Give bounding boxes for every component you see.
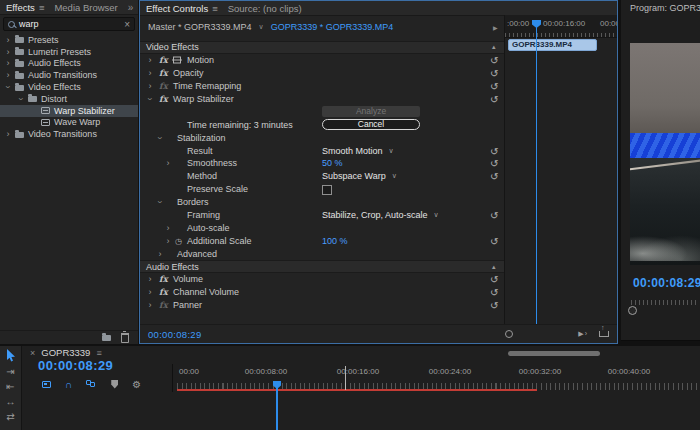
reset-icon[interactable]: ↺: [490, 171, 498, 182]
ec-row-preserve-scale[interactable]: Preserve Scale: [140, 183, 504, 196]
reset-icon[interactable]: ↺: [490, 274, 498, 285]
chevron-icon[interactable]: ›: [3, 84, 13, 90]
tree-item-wave-warp[interactable]: Wave Warp: [0, 117, 138, 129]
ec-row-advanced[interactable]: ›Advanced: [140, 247, 504, 260]
chevron-down-icon[interactable]: ∨: [392, 172, 397, 180]
export-icon[interactable]: [599, 331, 609, 337]
twirl-icon[interactable]: ›: [165, 236, 171, 246]
ec-row-time-remapping[interactable]: ›fxTime Remapping↺: [140, 80, 504, 93]
fx-badge-icon[interactable]: fx: [159, 55, 168, 65]
twirl-icon[interactable]: ›: [165, 223, 171, 233]
ec-row-stabilization[interactable]: ›Stabilization: [140, 131, 504, 144]
play-icon[interactable]: ▶›: [578, 330, 588, 338]
reset-icon[interactable]: ↺: [490, 300, 498, 311]
twirl-icon[interactable]: ›: [147, 81, 153, 91]
ec-row-channel-volume[interactable]: ›fxChannel Volume↺: [140, 286, 504, 299]
reset-icon[interactable]: ↺: [490, 210, 498, 221]
twirl-icon[interactable]: ›: [155, 199, 165, 205]
param-dropdown[interactable]: Stabilize, Crop, Auto-scale∨: [322, 210, 439, 220]
ec-row-borders[interactable]: ›Borders: [140, 196, 504, 209]
ec-row-auto-scale[interactable]: ›Auto-scale: [140, 221, 504, 234]
analyze-button[interactable]: Analyze: [322, 106, 420, 117]
ec-mini-ruler[interactable]: :00:0000:00:16:0000:00: [505, 15, 617, 38]
twirl-icon[interactable]: ›: [147, 287, 153, 297]
tree-item-distort[interactable]: ›Distort: [0, 93, 138, 105]
reset-icon[interactable]: ↺: [490, 55, 498, 66]
chevron-down-icon[interactable]: ∨: [434, 211, 439, 219]
add-marker-icon[interactable]: [111, 380, 118, 389]
program-scrubber[interactable]: [631, 300, 698, 305]
chevron-icon[interactable]: ›: [5, 129, 11, 139]
reset-icon[interactable]: ↺: [490, 287, 498, 298]
reset-icon[interactable]: ↺: [490, 81, 498, 92]
fx-badge-icon[interactable]: fx: [159, 300, 168, 310]
master-clip-label[interactable]: Master * GOPR3339.MP4: [148, 22, 252, 32]
effect-name[interactable]: Panner: [173, 300, 202, 310]
reset-icon[interactable]: ↺: [490, 235, 498, 246]
ec-row-framing[interactable]: FramingStabilize, Crop, Auto-scale∨↺: [140, 209, 504, 222]
ec-mini-timeline[interactable]: :00:0000:00:16:0000:00 GOPR3339.MP4: [504, 15, 617, 325]
param-value[interactable]: 50 %: [322, 158, 343, 168]
panel-menu-icon[interactable]: ≡: [39, 2, 45, 13]
timeline-settings-wrench-icon[interactable]: ⚙: [132, 379, 141, 390]
selection-tool-button[interactable]: [5, 349, 16, 362]
effect-name[interactable]: Channel Volume: [173, 287, 239, 297]
tree-item-lumetri-presets[interactable]: ›Lumetri Presets: [0, 46, 138, 58]
twirl-icon[interactable]: ›: [157, 249, 163, 259]
ec-row-analyze[interactable]: Analyze: [140, 105, 504, 118]
tree-item-video-transitions[interactable]: ›Video Transitions: [0, 128, 138, 140]
ec-row-smoothness[interactable]: ›Smoothness50 %↺: [140, 157, 504, 170]
twirl-icon[interactable]: ›: [165, 158, 171, 168]
reset-icon[interactable]: ↺: [490, 68, 498, 79]
effect-name[interactable]: Warp Stabilizer: [173, 94, 234, 104]
tree-item-video-effects[interactable]: ›Video Effects: [0, 81, 138, 93]
group-name[interactable]: Advanced: [177, 249, 217, 259]
tab-effect-controls[interactable]: Effect Controls ≡: [146, 3, 218, 14]
ec-row-panner[interactable]: ›fxPanner↺: [140, 299, 504, 312]
scrubber-playhead-knob[interactable]: [628, 306, 637, 315]
chevron-icon[interactable]: ›: [5, 58, 11, 68]
new-bin-icon[interactable]: [102, 335, 111, 341]
zoom-slider-knob[interactable]: [505, 330, 513, 338]
twirl-icon[interactable]: ›: [155, 135, 165, 141]
program-timecode[interactable]: 00:00:08:29: [633, 276, 700, 290]
panel-menu-icon[interactable]: ≡: [96, 348, 101, 358]
rolling-edit-tool-button[interactable]: ↔: [6, 397, 16, 407]
ec-timecode[interactable]: 00:00:08:29: [148, 329, 202, 340]
param-checkbox[interactable]: [322, 185, 332, 195]
tab-source-monitor[interactable]: Source: (no clips): [228, 3, 302, 14]
tab-media-browser[interactable]: Media Browser: [54, 2, 117, 13]
search-input[interactable]: warp: [19, 19, 39, 29]
tree-item-audio-transitions[interactable]: ›Audio Transitions: [0, 69, 138, 81]
linked-selection-icon[interactable]: [86, 380, 97, 388]
ec-row-result[interactable]: ResultSmooth Motion∨↺: [140, 144, 504, 157]
stopwatch-icon[interactable]: ◷: [175, 236, 182, 245]
cancel-button[interactable]: Cancel: [322, 119, 420, 130]
ec-clip-bar[interactable]: GOPR3339.MP4: [508, 39, 597, 51]
twirl-icon[interactable]: ›: [147, 55, 153, 65]
ec-row-motion[interactable]: ›fxMotion↺: [140, 54, 504, 67]
chevron-down-icon[interactable]: ∨: [389, 147, 394, 155]
param-value[interactable]: 100 %: [322, 236, 348, 246]
ec-row-time-remaining-3-minutes[interactable]: Time remaining: 3 minutesCancel: [140, 118, 504, 131]
effect-name[interactable]: Time Remapping: [173, 81, 241, 91]
param-dropdown[interactable]: Subspace Warp∨: [322, 171, 397, 181]
collapse-icon[interactable]: ▴: [492, 43, 496, 51]
chevron-icon[interactable]: ›: [16, 96, 26, 102]
snap-icon[interactable]: ∩: [65, 379, 72, 390]
clear-search-icon[interactable]: ×: [124, 19, 130, 30]
chevron-down-icon[interactable]: ∨: [259, 23, 264, 31]
effect-name[interactable]: Motion: [187, 55, 214, 65]
param-dropdown[interactable]: Smooth Motion∨: [322, 146, 394, 156]
fx-badge-icon[interactable]: fx: [159, 68, 168, 78]
twirl-icon[interactable]: ›: [147, 68, 153, 78]
fx-badge-icon[interactable]: fx: [159, 287, 168, 297]
ec-row-volume[interactable]: ›fxVolume↺: [140, 273, 504, 286]
fx-badge-icon[interactable]: fx: [159, 94, 168, 104]
tree-item-warp-stabilizer[interactable]: Warp Stabilizer: [0, 105, 138, 117]
horizontal-scrollbar[interactable]: [508, 351, 600, 356]
tree-item-presets[interactable]: ›Presets: [0, 34, 138, 46]
panel-menu-icon[interactable]: ≡: [212, 3, 218, 14]
sequence-tab[interactable]: × GOPR3339 ≡: [30, 347, 102, 358]
ripple-edit-tool-button[interactable]: ⇤: [6, 382, 14, 392]
